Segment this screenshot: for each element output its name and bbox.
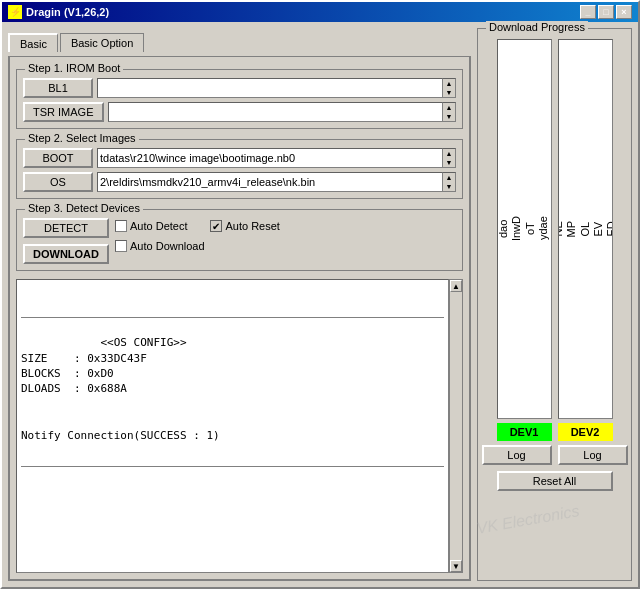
log-scrollbar[interactable]: ▲ ▼ bbox=[449, 279, 463, 573]
window-body: Basic Basic Option Step 1. IROM Boot BL1 bbox=[2, 22, 638, 587]
log-content: <<OS CONFIG>> SIZE : 0x33DC43F BLOCKS : … bbox=[21, 336, 220, 441]
os-button[interactable]: OS bbox=[23, 172, 93, 192]
os-field-wrapper: ▲ ▼ bbox=[97, 172, 456, 192]
close-button[interactable]: × bbox=[616, 5, 632, 19]
right-panel: Download Progress : dao InwD oT ydae R T… bbox=[477, 28, 632, 581]
tsr-button[interactable]: TSR IMAGE bbox=[23, 102, 104, 122]
tsr-field-wrapper: ▲ ▼ bbox=[108, 102, 456, 122]
bl1-spin-down[interactable]: ▼ bbox=[443, 88, 455, 97]
tsr-row: TSR IMAGE ▲ ▼ bbox=[23, 102, 456, 122]
progress-bar-1: : dao InwD oT ydae R bbox=[497, 39, 552, 419]
window-title: Dragin (V1,26,2) bbox=[26, 6, 109, 18]
dev1-badge: DEV1 bbox=[497, 423, 552, 441]
log2-button[interactable]: Log bbox=[558, 445, 628, 465]
dev2-badge: DEV2 bbox=[558, 423, 613, 441]
scroll-up-btn[interactable]: ▲ bbox=[450, 280, 462, 292]
dev-row: DEV1 DEV2 bbox=[482, 423, 627, 441]
auto-reset-label: Auto Reset bbox=[225, 220, 279, 232]
scroll-down-btn[interactable]: ▼ bbox=[450, 560, 462, 572]
auto-detect-checkbox[interactable] bbox=[115, 220, 127, 232]
tab-bar: Basic Basic Option bbox=[8, 28, 471, 52]
left-panel: Basic Basic Option Step 1. IROM Boot BL1 bbox=[8, 28, 471, 581]
progress-bar-1-text: : dao InwD oT ydae R bbox=[497, 216, 552, 241]
auto-detect-label: Auto Detect bbox=[130, 220, 187, 232]
download-progress-group: Download Progress : dao InwD oT ydae R T… bbox=[477, 28, 632, 581]
bl1-button[interactable]: BL1 bbox=[23, 78, 93, 98]
os-spin: ▲ ▼ bbox=[442, 172, 456, 192]
progress-bar-2-text: T NE MP OL EV ED PA bbox=[558, 221, 613, 238]
tab-basic-option[interactable]: Basic Option bbox=[60, 33, 144, 52]
reset-all-button[interactable]: Reset All bbox=[497, 471, 613, 491]
auto-detect-row: Auto Detect ✔ Auto Reset bbox=[115, 220, 280, 232]
bl1-spin-up[interactable]: ▲ bbox=[443, 79, 455, 88]
title-bar-left: ⚡ Dragin (V1,26,2) bbox=[8, 5, 109, 19]
os-row: OS ▲ ▼ bbox=[23, 172, 456, 192]
boot-spin-up[interactable]: ▲ bbox=[443, 149, 455, 158]
download-progress-legend: Download Progress bbox=[486, 21, 588, 33]
progress-bar-2: T NE MP OL EV ED PA bbox=[558, 39, 613, 419]
detect-button[interactable]: DETECT bbox=[23, 218, 109, 238]
os-spin-up[interactable]: ▲ bbox=[443, 173, 455, 182]
bl1-field-wrapper: ▲ ▼ bbox=[97, 78, 456, 98]
tsr-spin: ▲ ▼ bbox=[442, 102, 456, 122]
bl1-spin: ▲ ▼ bbox=[442, 78, 456, 98]
minimize-button[interactable]: _ bbox=[580, 5, 596, 19]
auto-download-row: Auto Download bbox=[115, 240, 280, 252]
bl1-row: BL1 ▲ ▼ bbox=[23, 78, 456, 98]
step2-legend: Step 2. Select Images bbox=[25, 132, 139, 144]
log-area[interactable]: <<OS CONFIG>> SIZE : 0x33DC43F BLOCKS : … bbox=[16, 279, 449, 573]
step3-legend: Step 3. Detect Devices bbox=[25, 202, 143, 214]
auto-download-label: Auto Download bbox=[130, 240, 205, 252]
progress-bars: : dao InwD oT ydae R T NE MP OL EV ED PA bbox=[482, 39, 627, 419]
title-buttons: _ □ × bbox=[580, 5, 632, 19]
boot-row: BOOT ▲ ▼ bbox=[23, 148, 456, 168]
title-bar: ⚡ Dragin (V1,26,2) _ □ × bbox=[2, 2, 638, 22]
auto-download-checkbox[interactable] bbox=[115, 240, 127, 252]
main-window: ⚡ Dragin (V1,26,2) _ □ × Basic Basic Opt… bbox=[0, 0, 640, 589]
tab-content: Step 1. IROM Boot BL1 ▲ ▼ TSR IMAGE bbox=[8, 56, 471, 581]
os-spin-down[interactable]: ▼ bbox=[443, 182, 455, 191]
auto-reset-row: ✔ Auto Reset bbox=[210, 220, 279, 232]
step3-group: Step 3. Detect Devices DETECT DOWNLOAD A… bbox=[16, 209, 463, 271]
bl1-input[interactable] bbox=[97, 78, 442, 98]
step2-group: Step 2. Select Images BOOT ▲ ▼ OS bbox=[16, 139, 463, 199]
boot-input[interactable] bbox=[97, 148, 442, 168]
log-btn-row: Log Log bbox=[482, 445, 627, 465]
os-input[interactable] bbox=[97, 172, 442, 192]
app-icon: ⚡ bbox=[8, 5, 22, 19]
boot-spin: ▲ ▼ bbox=[442, 148, 456, 168]
step1-group: Step 1. IROM Boot BL1 ▲ ▼ TSR IMAGE bbox=[16, 69, 463, 129]
tab-basic[interactable]: Basic bbox=[8, 33, 58, 52]
boot-field-wrapper: ▲ ▼ bbox=[97, 148, 456, 168]
auto-reset-checkbox[interactable]: ✔ bbox=[210, 220, 222, 232]
step1-legend: Step 1. IROM Boot bbox=[25, 62, 123, 74]
tsr-input[interactable] bbox=[108, 102, 442, 122]
tsr-spin-down[interactable]: ▼ bbox=[443, 112, 455, 121]
boot-spin-down[interactable]: ▼ bbox=[443, 158, 455, 167]
boot-button[interactable]: BOOT bbox=[23, 148, 93, 168]
download-button[interactable]: DOWNLOAD bbox=[23, 244, 109, 264]
log1-button[interactable]: Log bbox=[482, 445, 552, 465]
maximize-button[interactable]: □ bbox=[598, 5, 614, 19]
tsr-spin-up[interactable]: ▲ bbox=[443, 103, 455, 112]
